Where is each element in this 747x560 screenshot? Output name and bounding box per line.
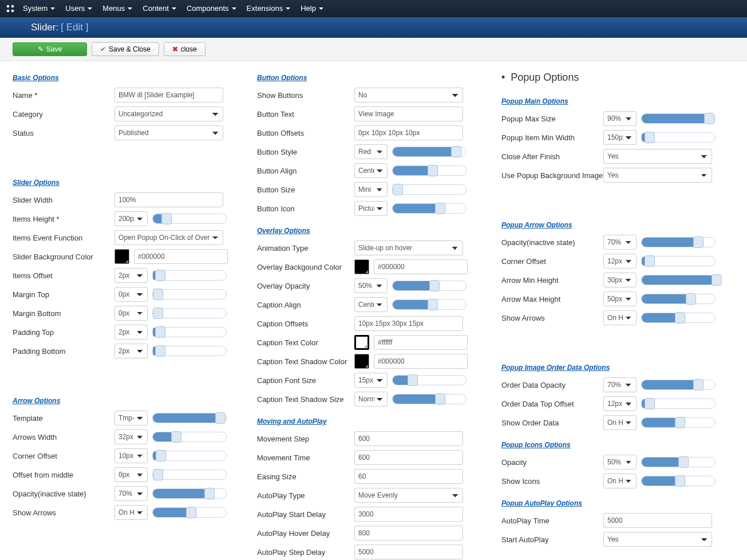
arrow-min-height-select[interactable]: 30px: [603, 273, 637, 287]
movement-time-input[interactable]: [354, 450, 463, 465]
padding-bottom-select[interactable]: 2px: [114, 344, 148, 358]
overlay-bg-swatch[interactable]: [354, 259, 369, 274]
caption-offsets-input[interactable]: [354, 316, 463, 331]
button-icon-select[interactable]: Picture: [354, 201, 388, 216]
save-close-button[interactable]: ✔Save & Close: [92, 42, 159, 56]
show-arrows-select[interactable]: On Hover: [114, 505, 148, 520]
popup-show-arrows-slider[interactable]: [641, 313, 716, 323]
nav-components[interactable]: Components: [187, 4, 236, 13]
category-select[interactable]: Uncategorized: [114, 107, 223, 121]
corner-offset-select[interactable]: 10px: [114, 448, 148, 463]
items-height-slider[interactable]: [152, 214, 227, 224]
arrow-opacity-slider[interactable]: [152, 488, 227, 499]
use-popup-bg-select[interactable]: Yes: [603, 168, 712, 183]
arrow-opacity-select[interactable]: 70%: [114, 486, 148, 501]
show-order-data-select[interactable]: On Hover: [603, 415, 637, 430]
caption-text-color-swatch[interactable]: [354, 335, 369, 350]
button-offsets-input[interactable]: [354, 125, 463, 140]
arrow-min-height-slider[interactable]: [641, 275, 716, 285]
margin-bottom-slider[interactable]: [152, 308, 227, 318]
popup-min-width-slider[interactable]: [641, 132, 716, 143]
caption-align-slider[interactable]: [392, 299, 467, 310]
button-style-slider[interactable]: [392, 147, 467, 157]
padding-bottom-slider[interactable]: [152, 346, 227, 356]
margin-top-slider[interactable]: [152, 289, 227, 299]
section-popup-main[interactable]: Popup Main Options: [501, 97, 568, 105]
section-popup-icons[interactable]: Popup Icons Options: [501, 441, 571, 449]
nav-menus[interactable]: Menus: [102, 4, 132, 13]
order-data-opacity-select[interactable]: 70%: [603, 377, 637, 392]
section-popup-autoplay[interactable]: Popup AutoPlay Options: [501, 499, 582, 507]
easing-size-input[interactable]: [354, 469, 463, 484]
section-popup-order[interactable]: Popup Image Order Data Options: [501, 364, 610, 372]
padding-top-select[interactable]: 2px: [114, 325, 148, 340]
status-select[interactable]: Published: [114, 125, 223, 140]
section-arrow[interactable]: Arrow Options: [13, 397, 60, 405]
offset-middle-select[interactable]: 0px: [114, 467, 148, 482]
nav-system[interactable]: System: [23, 4, 55, 13]
show-icons-slider[interactable]: [641, 476, 716, 486]
caption-shadow-size-select[interactable]: Normal: [354, 392, 388, 407]
slider-bg-swatch[interactable]: [114, 249, 129, 264]
order-data-opacity-slider[interactable]: [641, 380, 716, 390]
show-arrows-slider[interactable]: [152, 507, 227, 518]
save-button[interactable]: ✎Save: [13, 42, 87, 56]
slider-width-input[interactable]: [114, 192, 223, 207]
start-autoplay-select[interactable]: Yes: [603, 532, 712, 547]
offset-middle-slider[interactable]: [152, 470, 227, 480]
popup-max-size-select[interactable]: 90%: [603, 111, 637, 126]
section-moving[interactable]: Moving and AutoPlay: [257, 417, 327, 425]
corner-offset-slider[interactable]: [152, 451, 227, 461]
autoplay-start-delay-input[interactable]: [354, 507, 463, 522]
overlay-opacity-select[interactable]: 50%: [354, 278, 388, 293]
items-offset-slider[interactable]: [152, 270, 227, 281]
nav-help[interactable]: Help: [301, 4, 323, 13]
popup-min-width-select[interactable]: 150px: [603, 130, 637, 145]
popup-corner-offset-select[interactable]: 12px: [603, 254, 637, 269]
button-icon-slider[interactable]: [392, 203, 467, 214]
autoplay-step-delay-input[interactable]: [354, 545, 463, 559]
arrow-max-height-slider[interactable]: [641, 294, 716, 304]
caption-text-color-input[interactable]: [374, 335, 468, 350]
order-data-offset-slider[interactable]: [641, 399, 716, 409]
autoplay-hover-delay-input[interactable]: [354, 526, 463, 541]
nav-extensions[interactable]: Extensions: [247, 4, 291, 13]
section-button[interactable]: Button Options: [257, 74, 307, 82]
template-slider[interactable]: [152, 413, 227, 423]
order-data-offset-select[interactable]: 12px: [603, 396, 637, 411]
overlay-bg-input[interactable]: [374, 259, 468, 274]
padding-top-slider[interactable]: [152, 327, 227, 337]
button-size-select[interactable]: Mini: [354, 182, 388, 197]
section-slider[interactable]: Slider Options: [13, 179, 60, 187]
section-popup-arrow[interactable]: Popup Arrow Options: [501, 221, 572, 229]
popup-show-arrows-select[interactable]: On Hover: [603, 310, 637, 325]
caption-shadow-color-swatch[interactable]: [354, 354, 369, 369]
close-after-finish-select[interactable]: Yes: [603, 149, 712, 164]
popup-max-size-slider[interactable]: [641, 113, 716, 124]
margin-top-select[interactable]: 0px: [114, 287, 148, 302]
name-input[interactable]: [114, 88, 223, 102]
items-height-select[interactable]: 200px: [114, 211, 148, 226]
show-icons-select[interactable]: On Hover: [603, 474, 637, 488]
button-align-select[interactable]: Center: [354, 163, 388, 178]
slider-bg-input[interactable]: [134, 249, 228, 264]
template-select[interactable]: Tmp-3: [114, 411, 148, 425]
show-order-data-slider[interactable]: [641, 417, 716, 428]
movement-step-input[interactable]: [354, 431, 463, 446]
section-basic[interactable]: Basic Options: [13, 74, 59, 82]
show-buttons-select[interactable]: No: [354, 88, 463, 102]
nav-users[interactable]: Users: [65, 4, 92, 13]
caption-font-size-select[interactable]: 15px: [354, 373, 388, 388]
items-offset-select[interactable]: 2px: [114, 268, 148, 283]
caption-shadow-size-slider[interactable]: [392, 394, 467, 404]
arrow-max-height-select[interactable]: 50px: [603, 291, 637, 306]
icons-opacity-slider[interactable]: [641, 457, 716, 467]
animation-type-select[interactable]: Slide-up on hover: [354, 240, 463, 255]
arrows-width-slider[interactable]: [152, 432, 227, 442]
popup-arrow-opacity-select[interactable]: 70%: [603, 235, 637, 250]
popup-autoplay-time-input[interactable]: [603, 513, 712, 528]
button-align-slider[interactable]: [392, 165, 467, 176]
popup-corner-offset-slider[interactable]: [641, 256, 716, 266]
button-text-input[interactable]: [354, 107, 463, 121]
icons-opacity-select[interactable]: 50%: [603, 455, 637, 470]
